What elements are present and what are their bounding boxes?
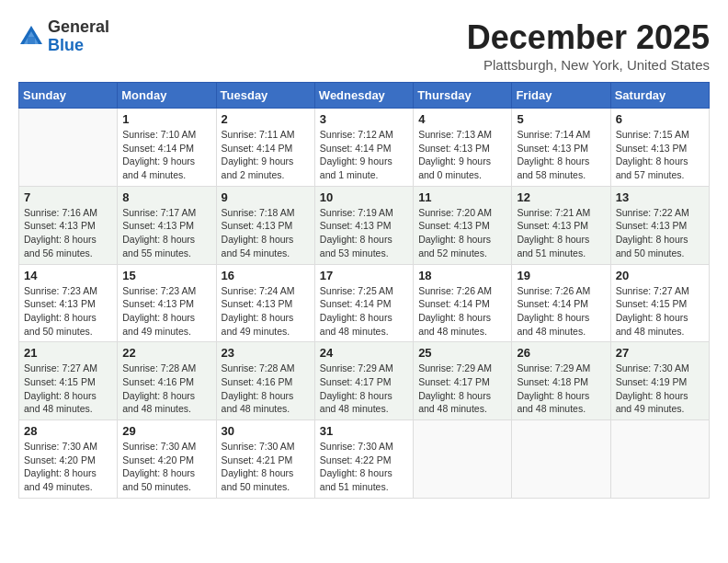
day-number: 9 [222, 190, 310, 204]
calendar-day-cell: 22Sunrise: 7:28 AM Sunset: 4:16 PM Dayli… [118, 342, 216, 420]
title-area: December 2025 Plattsburgh, New York, Uni… [467, 18, 710, 73]
calendar-week-row: 21Sunrise: 7:27 AM Sunset: 4:15 PM Dayli… [19, 342, 710, 420]
svg-rect-2 [28, 37, 35, 44]
calendar-day-cell: 31Sunrise: 7:30 AM Sunset: 4:22 PM Dayli… [314, 420, 413, 499]
calendar-day-cell: 20Sunrise: 7:27 AM Sunset: 4:15 PM Dayli… [610, 264, 709, 342]
weekday-header: Tuesday [216, 83, 314, 109]
calendar-day-cell: 26Sunrise: 7:29 AM Sunset: 4:18 PM Dayli… [512, 342, 610, 420]
month-title: December 2025 [467, 18, 710, 57]
calendar-week-row: 7Sunrise: 7:16 AM Sunset: 4:13 PM Daylig… [19, 186, 710, 264]
day-number: 21 [24, 346, 112, 360]
day-info: Sunrise: 7:27 AM Sunset: 4:15 PM Dayligh… [24, 362, 112, 416]
day-number: 28 [24, 424, 112, 438]
day-number: 18 [418, 269, 506, 282]
calendar-week-row: 14Sunrise: 7:23 AM Sunset: 4:13 PM Dayli… [19, 264, 710, 342]
day-info: Sunrise: 7:21 AM Sunset: 4:13 PM Dayligh… [517, 206, 605, 260]
day-info: Sunrise: 7:13 AM Sunset: 4:13 PM Dayligh… [418, 128, 506, 182]
logo-general: General [48, 17, 109, 36]
day-number: 30 [222, 424, 310, 438]
day-number: 6 [616, 112, 704, 126]
calendar-day-cell: 28Sunrise: 7:30 AM Sunset: 4:20 PM Dayli… [19, 420, 118, 499]
calendar-day-cell: 9Sunrise: 7:18 AM Sunset: 4:13 PM Daylig… [216, 186, 314, 264]
day-info: Sunrise: 7:24 AM Sunset: 4:13 PM Dayligh… [222, 284, 310, 339]
logo-blue: Blue [48, 36, 84, 54]
weekday-header: Thursday [414, 83, 512, 109]
day-info: Sunrise: 7:16 AM Sunset: 4:13 PM Dayligh… [24, 206, 112, 260]
calendar-day-cell: 21Sunrise: 7:27 AM Sunset: 4:15 PM Dayli… [19, 342, 118, 420]
calendar-day-cell: 25Sunrise: 7:29 AM Sunset: 4:17 PM Dayli… [414, 342, 512, 420]
day-info: Sunrise: 7:28 AM Sunset: 4:16 PM Dayligh… [222, 362, 310, 416]
day-info: Sunrise: 7:27 AM Sunset: 4:15 PM Dayligh… [616, 284, 704, 339]
day-number: 3 [320, 112, 408, 126]
weekday-header: Monday [118, 83, 216, 109]
day-info: Sunrise: 7:15 AM Sunset: 4:13 PM Dayligh… [616, 128, 704, 182]
calendar-day-cell: 11Sunrise: 7:20 AM Sunset: 4:13 PM Dayli… [414, 186, 512, 264]
day-info: Sunrise: 7:18 AM Sunset: 4:13 PM Dayligh… [222, 206, 310, 260]
calendar-day-cell [19, 109, 118, 187]
calendar: SundayMondayTuesdayWednesdayThursdayFrid… [18, 82, 710, 499]
day-info: Sunrise: 7:28 AM Sunset: 4:16 PM Dayligh… [122, 362, 210, 416]
weekday-header: Wednesday [314, 83, 413, 109]
day-info: Sunrise: 7:25 AM Sunset: 4:14 PM Dayligh… [320, 284, 408, 339]
day-info: Sunrise: 7:26 AM Sunset: 4:14 PM Dayligh… [418, 284, 506, 339]
day-info: Sunrise: 7:11 AM Sunset: 4:14 PM Dayligh… [222, 128, 310, 182]
logo: General Blue [18, 18, 109, 55]
day-number: 7 [24, 190, 112, 204]
day-number: 17 [320, 269, 408, 282]
day-info: Sunrise: 7:30 AM Sunset: 4:22 PM Dayligh… [320, 440, 408, 494]
day-number: 12 [517, 190, 605, 204]
day-info: Sunrise: 7:14 AM Sunset: 4:13 PM Dayligh… [517, 128, 605, 182]
page-header: General Blue December 2025 Plattsburgh, … [18, 18, 710, 73]
day-number: 5 [517, 112, 605, 126]
day-info: Sunrise: 7:29 AM Sunset: 4:17 PM Dayligh… [418, 362, 506, 416]
calendar-day-cell: 19Sunrise: 7:26 AM Sunset: 4:14 PM Dayli… [512, 264, 610, 342]
day-number: 25 [418, 346, 506, 360]
calendar-day-cell: 13Sunrise: 7:22 AM Sunset: 4:13 PM Dayli… [610, 186, 709, 264]
day-number: 19 [517, 269, 605, 282]
day-number: 1 [122, 112, 210, 126]
day-info: Sunrise: 7:17 AM Sunset: 4:13 PM Dayligh… [122, 206, 210, 260]
calendar-week-row: 28Sunrise: 7:30 AM Sunset: 4:20 PM Dayli… [19, 420, 710, 499]
day-info: Sunrise: 7:10 AM Sunset: 4:14 PM Dayligh… [122, 128, 210, 182]
calendar-day-cell: 6Sunrise: 7:15 AM Sunset: 4:13 PM Daylig… [610, 109, 709, 187]
calendar-day-cell: 24Sunrise: 7:29 AM Sunset: 4:17 PM Dayli… [314, 342, 413, 420]
day-info: Sunrise: 7:29 AM Sunset: 4:18 PM Dayligh… [517, 362, 605, 416]
calendar-day-cell: 15Sunrise: 7:23 AM Sunset: 4:13 PM Dayli… [118, 264, 216, 342]
calendar-day-cell: 16Sunrise: 7:24 AM Sunset: 4:13 PM Dayli… [216, 264, 314, 342]
calendar-day-cell: 27Sunrise: 7:30 AM Sunset: 4:19 PM Dayli… [610, 342, 709, 420]
calendar-day-cell [610, 420, 709, 499]
day-number: 10 [320, 190, 408, 204]
calendar-day-cell: 12Sunrise: 7:21 AM Sunset: 4:13 PM Dayli… [512, 186, 610, 264]
day-info: Sunrise: 7:23 AM Sunset: 4:13 PM Dayligh… [122, 284, 210, 339]
day-number: 16 [222, 269, 310, 282]
calendar-day-cell [414, 420, 512, 499]
day-number: 31 [320, 424, 408, 438]
day-number: 23 [222, 346, 310, 360]
calendar-day-cell: 30Sunrise: 7:30 AM Sunset: 4:21 PM Dayli… [216, 420, 314, 499]
day-number: 22 [122, 346, 210, 360]
day-info: Sunrise: 7:26 AM Sunset: 4:14 PM Dayligh… [517, 284, 605, 339]
calendar-day-cell: 14Sunrise: 7:23 AM Sunset: 4:13 PM Dayli… [19, 264, 118, 342]
calendar-day-cell: 18Sunrise: 7:26 AM Sunset: 4:14 PM Dayli… [414, 264, 512, 342]
weekday-header: Saturday [610, 83, 709, 109]
day-info: Sunrise: 7:30 AM Sunset: 4:19 PM Dayligh… [616, 362, 704, 416]
calendar-week-row: 1Sunrise: 7:10 AM Sunset: 4:14 PM Daylig… [19, 109, 710, 187]
day-info: Sunrise: 7:30 AM Sunset: 4:20 PM Dayligh… [122, 440, 210, 494]
day-info: Sunrise: 7:30 AM Sunset: 4:21 PM Dayligh… [222, 440, 310, 494]
logo-icon [18, 24, 44, 50]
day-number: 14 [24, 269, 112, 282]
day-number: 27 [616, 346, 704, 360]
calendar-day-cell: 5Sunrise: 7:14 AM Sunset: 4:13 PM Daylig… [512, 109, 610, 187]
day-info: Sunrise: 7:20 AM Sunset: 4:13 PM Dayligh… [418, 206, 506, 260]
location: Plattsburgh, New York, United States [467, 57, 710, 73]
calendar-day-cell: 29Sunrise: 7:30 AM Sunset: 4:20 PM Dayli… [118, 420, 216, 499]
day-number: 24 [320, 346, 408, 360]
calendar-header-row: SundayMondayTuesdayWednesdayThursdayFrid… [19, 83, 710, 109]
day-number: 11 [418, 190, 506, 204]
day-number: 20 [616, 269, 704, 282]
day-number: 2 [222, 112, 310, 126]
day-info: Sunrise: 7:30 AM Sunset: 4:20 PM Dayligh… [24, 440, 112, 494]
day-info: Sunrise: 7:29 AM Sunset: 4:17 PM Dayligh… [320, 362, 408, 416]
weekday-header: Friday [512, 83, 610, 109]
day-number: 4 [418, 112, 506, 126]
